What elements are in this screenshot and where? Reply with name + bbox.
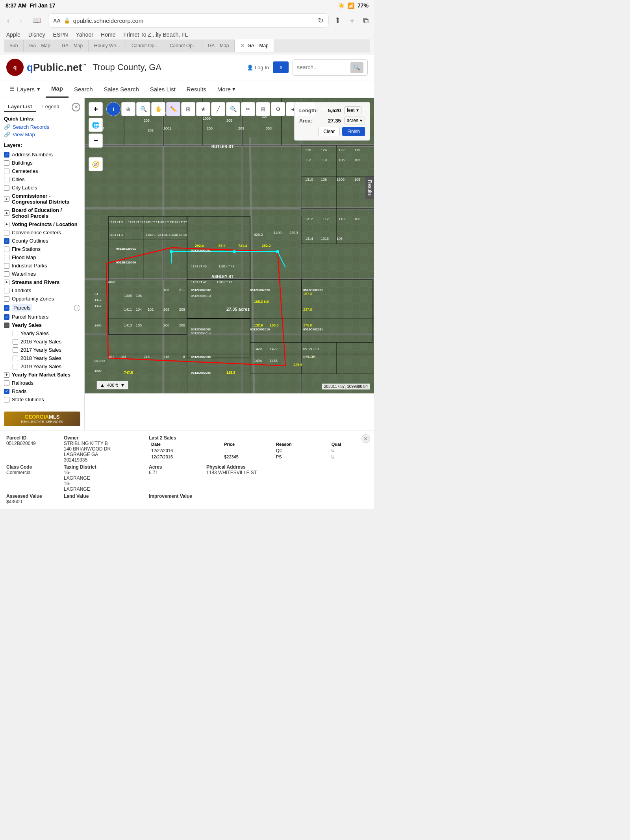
map-zoom-plus[interactable]: + bbox=[89, 102, 103, 116]
layers-menu-btn[interactable]: ☰ Layers ▾ bbox=[4, 81, 46, 97]
tab-ga-map-active[interactable]: ✕ GA – Map bbox=[235, 39, 274, 52]
bookmark-frimet[interactable]: Frimet To Z...ity Beach, FL bbox=[123, 32, 188, 38]
layer-checkbox[interactable] bbox=[4, 177, 9, 182]
forward-button[interactable]: › bbox=[17, 15, 25, 26]
layer-waterlines[interactable]: Waterlines bbox=[4, 270, 80, 278]
area-unit-select[interactable]: acres ▾ bbox=[344, 117, 365, 124]
nav-search[interactable]: Search bbox=[69, 81, 98, 97]
layer-roads[interactable]: ✓ Roads bbox=[4, 387, 80, 395]
search-records-link[interactable]: 🔗 Search Records bbox=[4, 124, 80, 130]
bookmark-espn[interactable]: ESPN bbox=[53, 32, 68, 38]
tab-sub[interactable]: Sub bbox=[4, 40, 24, 52]
login-btn[interactable]: 👤 Log In bbox=[247, 65, 269, 70]
tab-cannot-2[interactable]: Cannot Op... bbox=[164, 40, 202, 52]
layer-checkbox[interactable] bbox=[4, 296, 9, 302]
bookmark-disney[interactable]: Disney bbox=[28, 32, 45, 38]
layer-expand[interactable]: + bbox=[4, 222, 9, 227]
address-bar[interactable]: AA 🔒 qpublic.schneidercorp.com ↻ bbox=[48, 13, 329, 28]
bookmarks-button[interactable]: 📖 bbox=[29, 15, 44, 26]
clear-button[interactable]: Clear bbox=[318, 127, 340, 136]
layer-address-numbers[interactable]: ✓ Address Numbers bbox=[4, 150, 80, 159]
layer-checkbox[interactable] bbox=[4, 397, 9, 402]
layer-commissioner[interactable]: + Commissioner -Congressional Districts bbox=[4, 192, 80, 206]
layer-expand[interactable]: + bbox=[4, 210, 9, 216]
view-map-link[interactable]: 🔗 View Map bbox=[4, 132, 80, 137]
layer-checkbox[interactable] bbox=[4, 160, 9, 166]
layer-checkbox[interactable]: ✓ bbox=[4, 152, 9, 158]
layer-checkbox[interactable] bbox=[13, 356, 18, 361]
layer-checkbox[interactable] bbox=[4, 247, 9, 252]
select-tool-btn[interactable]: ⊕ bbox=[121, 102, 135, 116]
tab-ga-map-1[interactable]: GA – Map bbox=[24, 40, 56, 52]
zoom-tool-btn[interactable]: 🔍 bbox=[136, 102, 150, 116]
layer-2017-sales[interactable]: 2017 Yearly Sales bbox=[4, 346, 80, 354]
scale-up-arrow[interactable]: ▲ bbox=[100, 382, 105, 388]
bookmark-home[interactable]: Home bbox=[101, 32, 115, 38]
sidebar-close-btn[interactable]: ✕ bbox=[72, 103, 80, 111]
layer-expand[interactable]: + bbox=[4, 196, 9, 202]
layer-2018-sales[interactable]: 2018 Yearly Sales bbox=[4, 354, 80, 362]
layer-info-btn[interactable]: i bbox=[74, 305, 80, 311]
layer-expand[interactable]: + bbox=[4, 280, 9, 285]
bookmark-yahoo[interactable]: Yahoo! bbox=[76, 32, 93, 38]
layer-checkbox[interactable] bbox=[4, 230, 9, 235]
nav-sales-search[interactable]: Sales Search bbox=[98, 81, 145, 97]
settings-btn[interactable]: ⚙ bbox=[271, 102, 285, 116]
tabs-button[interactable]: ⧉ bbox=[361, 15, 370, 27]
finish-button[interactable]: Finish bbox=[342, 127, 365, 136]
layer-convenience[interactable]: Convenience Centers bbox=[4, 228, 80, 237]
tab-ga-map-2[interactable]: GA – Map bbox=[56, 40, 89, 52]
layer-checkbox[interactable] bbox=[4, 288, 9, 293]
tab-cannot-1[interactable]: Cannot Op... bbox=[126, 40, 164, 52]
layer-board-edu[interactable]: + Board of Education / School Parcels bbox=[4, 206, 80, 220]
layer-checkbox[interactable] bbox=[4, 380, 9, 386]
bookmark-apple[interactable]: Apple bbox=[6, 32, 20, 38]
nav-more[interactable]: More ▾ bbox=[212, 81, 241, 97]
search-input[interactable] bbox=[297, 64, 348, 70]
layer-checkbox[interactable]: ✓ bbox=[4, 305, 9, 311]
star-tool-btn[interactable]: ★ bbox=[196, 102, 210, 116]
map-zoom-minus[interactable]: − bbox=[89, 134, 103, 148]
layer-checkbox[interactable]: ✓ bbox=[4, 389, 9, 394]
back-button[interactable]: ‹ bbox=[4, 15, 13, 26]
layer-opportunity[interactable]: Opportunity Zones bbox=[4, 295, 80, 303]
pan-tool-btn[interactable]: ✋ bbox=[151, 102, 165, 116]
layer-checkbox[interactable]: ✓ bbox=[4, 238, 9, 244]
nav-map[interactable]: Map bbox=[46, 80, 69, 98]
layer-railroads[interactable]: Railroads bbox=[4, 379, 80, 387]
layer-industrial[interactable]: Industrial Parks bbox=[4, 261, 80, 270]
measure-tool-btn[interactable]: ✏️ bbox=[166, 102, 180, 116]
layer-expand[interactable]: − bbox=[4, 323, 9, 328]
new-tab-button[interactable]: ＋ bbox=[346, 14, 358, 28]
layer-checkbox[interactable] bbox=[13, 364, 18, 369]
active-tab-close[interactable]: ✕ bbox=[240, 43, 245, 49]
layer-state-outlines[interactable]: State Outlines bbox=[4, 395, 80, 404]
layer-yearly-fair-market[interactable]: + Yearly Fair Market Sales bbox=[4, 371, 80, 379]
reload-button[interactable]: ↻ bbox=[318, 16, 324, 25]
layer-cemeteries[interactable]: Cemeteries bbox=[4, 167, 80, 175]
layer-voting[interactable]: + Voting Precincts / Location bbox=[4, 220, 80, 228]
layer-checkbox[interactable] bbox=[4, 263, 9, 269]
line-tool-btn[interactable]: ╱ bbox=[211, 102, 225, 116]
layer-county-outlines[interactable]: ✓ County Outlines bbox=[4, 237, 80, 245]
grid-btn[interactable]: ⊞ bbox=[256, 102, 270, 116]
length-unit-select[interactable]: feet ▾ bbox=[344, 106, 361, 114]
layer-parcels[interactable]: ✓ Parcels i bbox=[4, 303, 80, 313]
nav-sales-list[interactable]: Sales List bbox=[145, 81, 181, 97]
layer-landlots[interactable]: Landlots bbox=[4, 286, 80, 295]
layer-2016-sales[interactable]: 2016 Yearly Sales bbox=[4, 337, 80, 346]
layer-checkbox[interactable] bbox=[13, 339, 18, 345]
results-vertical-tab[interactable]: Results bbox=[365, 177, 374, 199]
map-compass[interactable]: 🧭 bbox=[89, 157, 103, 171]
map-globe[interactable]: 🌐 bbox=[89, 118, 103, 132]
layer-checkbox[interactable] bbox=[13, 347, 18, 353]
share-button[interactable]: ⬆ bbox=[333, 14, 343, 27]
layer-checkbox[interactable] bbox=[4, 271, 9, 277]
map-search-btn[interactable]: 🔍 bbox=[226, 102, 240, 116]
layer-yearly-sales-sub[interactable]: Yearly Sales bbox=[4, 329, 80, 337]
layer-flood-map[interactable]: Flood Map bbox=[4, 253, 80, 261]
map-area[interactable]: BAGLEY'S 0512B020001 0512B020049 0512C00… bbox=[85, 98, 374, 393]
draw-tool-btn[interactable]: ⊞ bbox=[181, 102, 195, 116]
tab-ga-map-3[interactable]: GA – Map bbox=[202, 40, 235, 52]
layer-checkbox[interactable] bbox=[4, 185, 9, 191]
